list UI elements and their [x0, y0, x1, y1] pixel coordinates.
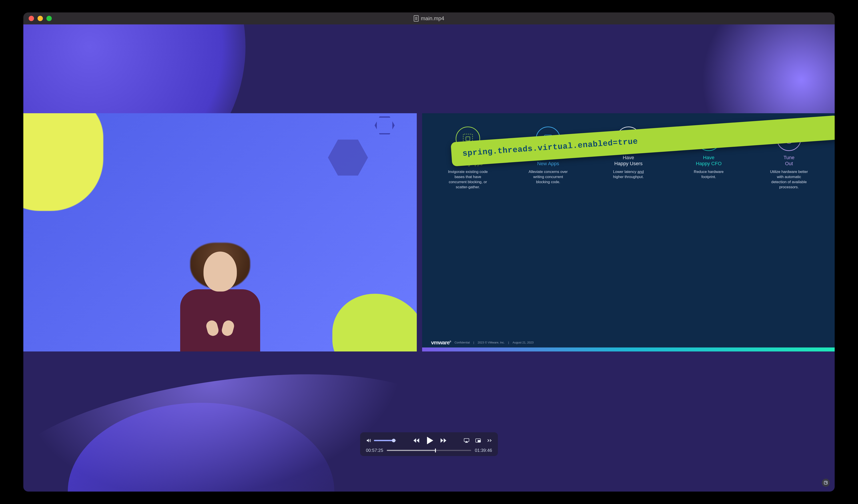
svg-rect-9	[478, 440, 480, 442]
slide-accent-bar	[422, 347, 835, 352]
feature-title-line1: Have	[614, 155, 642, 161]
maximize-button[interactable]	[46, 16, 52, 21]
feature-desc: Utilize hardware better with automatic d…	[769, 169, 809, 190]
feature-desc: Reduce hardware footprint.	[689, 169, 729, 180]
seek-slider[interactable]	[387, 450, 471, 451]
total-time: 01:39:46	[475, 448, 492, 453]
more-button[interactable]	[487, 439, 492, 442]
speaker-camera-feed	[23, 113, 417, 352]
transport-controls	[413, 436, 447, 445]
volume-group	[366, 438, 396, 443]
airplay-button[interactable]	[464, 438, 470, 443]
video-canvas[interactable]: Level Up Existing Apps Invigorate existi…	[23, 25, 835, 491]
document-icon	[414, 15, 418, 21]
feature-desc: Lower latency and higher throughput.	[608, 169, 649, 180]
svg-rect-10	[824, 481, 827, 484]
footer-confidential: Confidential	[455, 341, 470, 344]
filename-label: main.mp4	[421, 15, 444, 21]
feature-desc: Alleviate concerns over writing concurre…	[528, 169, 568, 185]
right-controls	[464, 438, 492, 443]
scale-button[interactable]	[822, 479, 830, 487]
volume-icon[interactable]	[366, 438, 371, 443]
window-title: main.mp4	[414, 15, 444, 21]
close-button[interactable]	[29, 16, 34, 21]
play-button[interactable]	[426, 436, 434, 445]
svg-rect-1	[466, 137, 470, 141]
rewind-button[interactable]	[413, 437, 420, 444]
feature-title-line2: New Apps	[537, 161, 559, 167]
presentation-slide: Level Up Existing Apps Invigorate existi…	[422, 113, 835, 352]
slide-footer: vmware® Confidential | 2023 © VMware, In…	[431, 340, 534, 346]
window-controls	[29, 16, 52, 21]
volume-slider[interactable]	[374, 440, 396, 441]
feature-title-line1: Tune	[783, 155, 794, 161]
minimize-button[interactable]	[37, 16, 43, 21]
footer-date: August 21, 2023	[512, 341, 534, 344]
video-player-window: main.mp4	[23, 13, 835, 491]
feature-title-line2: Happy Users	[614, 161, 642, 167]
footer-copyright: 2023 © VMware, Inc.	[478, 341, 505, 344]
speaker-figure	[174, 241, 267, 352]
pip-button[interactable]	[475, 438, 481, 443]
feature-title-line2: Happy CFO	[696, 161, 721, 167]
feature-title-line1: Have	[696, 155, 721, 161]
feature-desc: Invigorate existing code bases that have…	[448, 169, 488, 190]
feature-title-line2: Out	[783, 161, 794, 167]
playback-controls: 00:57:25 01:39:46	[360, 432, 498, 456]
titlebar: main.mp4	[23, 13, 835, 25]
vmware-logo: vmware®	[431, 340, 451, 346]
current-time: 00:57:25	[366, 448, 383, 453]
video-content: Level Up Existing Apps Invigorate existi…	[23, 113, 835, 352]
fast-forward-button[interactable]	[440, 437, 447, 444]
